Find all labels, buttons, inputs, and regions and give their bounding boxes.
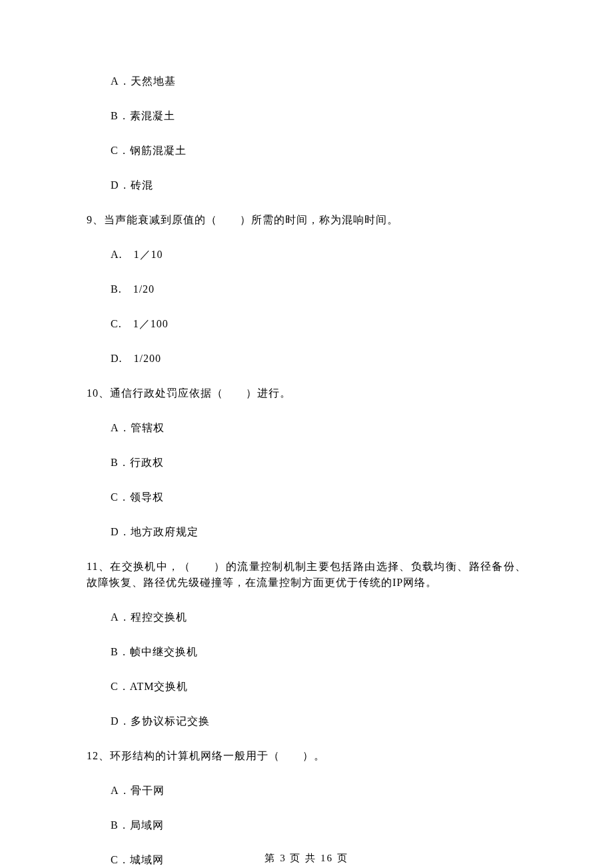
- question-9-option-a: A. 1／10: [87, 247, 526, 263]
- question-10-option-c: C．领导权: [87, 489, 526, 505]
- question-12-option-b: B．局域网: [87, 817, 526, 833]
- prev-option-a: A．天然地基: [87, 73, 526, 89]
- question-10-option-d: D．地方政府规定: [87, 524, 526, 540]
- prev-option-d: D．砖混: [87, 177, 526, 193]
- page-footer: 第 3 页 共 16 页: [0, 851, 613, 866]
- question-10-option-b: B．行政权: [87, 455, 526, 471]
- question-11-stem: 11、在交换机中，（ ）的流量控制机制主要包括路由选择、负载均衡、路径备份、故障…: [87, 559, 526, 591]
- question-11-option-d: D．多协议标记交换: [87, 713, 526, 729]
- question-11-option-b: B．帧中继交换机: [87, 644, 526, 660]
- question-9-stem: 9、当声能衰减到原值的（ ）所需的时间，称为混响时间。: [87, 212, 526, 228]
- question-9-option-c: C. 1／100: [87, 316, 526, 332]
- question-11-option-a: A．程控交换机: [87, 609, 526, 625]
- question-12-stem: 12、环形结构的计算机网络一般用于（ ）。: [87, 748, 526, 764]
- question-10-option-a: A．管辖权: [87, 420, 526, 436]
- question-9-option-d: D. 1/200: [87, 351, 526, 367]
- prev-option-c: C．钢筋混凝土: [87, 143, 526, 159]
- question-9-option-b: B. 1/20: [87, 281, 526, 297]
- exam-page: A．天然地基 B．素混凝土 C．钢筋混凝土 D．砖混 9、当声能衰减到原值的（ …: [0, 0, 613, 868]
- question-11-option-c: C．ATM交换机: [87, 679, 526, 695]
- prev-option-b: B．素混凝土: [87, 108, 526, 124]
- question-10-stem: 10、通信行政处罚应依据（ ）进行。: [87, 385, 526, 401]
- question-12-option-a: A．骨干网: [87, 783, 526, 799]
